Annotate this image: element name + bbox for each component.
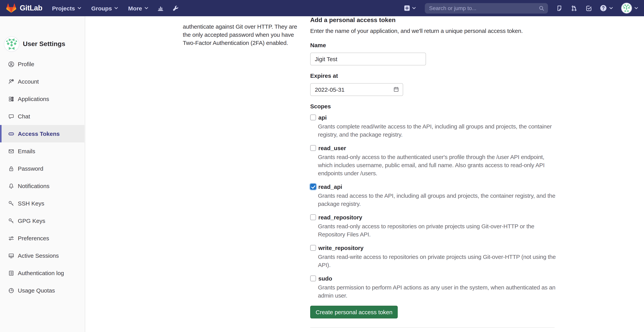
sidebar-item-usage-quotas[interactable]: Usage Quotas <box>0 282 84 299</box>
search-input[interactable] <box>425 3 548 13</box>
top-navbar: GitLab Projects Groups More <box>0 0 644 16</box>
chat-bubble-icon <box>8 113 14 119</box>
chevron-down-icon <box>144 6 149 10</box>
expires-at-input[interactable] <box>310 83 403 96</box>
token-name-input[interactable] <box>310 53 426 65</box>
admin-wrench-icon[interactable] <box>172 5 179 11</box>
key-icon <box>8 218 14 224</box>
scope-name: write_repository <box>318 245 364 251</box>
scope-description: Grants complete read/write access to the… <box>318 122 558 139</box>
sidebar-item-emails[interactable]: Emails <box>0 142 84 160</box>
scope-name: read_api <box>318 183 342 190</box>
sidebar-item-authentication-log[interactable]: Authentication log <box>0 264 84 282</box>
navbar-left: GitLab Projects Groups More <box>6 3 179 13</box>
scope-checkbox-write-repository[interactable] <box>310 245 316 251</box>
scope-checkbox-read-api[interactable] <box>310 184 316 190</box>
chevron-down-icon <box>114 6 118 10</box>
sidebar-item-account[interactable]: Account <box>0 73 84 90</box>
sidebar-item-preferences[interactable]: Preferences <box>0 230 84 247</box>
chevron-down-icon <box>609 6 614 10</box>
help-question-icon <box>600 5 607 11</box>
charts-icon[interactable] <box>157 5 164 11</box>
merge-requests-icon[interactable] <box>571 5 578 11</box>
main-content: authenticate against Git over HTTP. They… <box>0 0 644 332</box>
gitlab-tanuki-logo-icon[interactable] <box>6 3 16 13</box>
scope-checkbox-read-user[interactable] <box>310 145 316 151</box>
sidebar-title: User Settings <box>23 40 65 48</box>
todos-icon[interactable] <box>586 5 592 11</box>
name-label: Name <box>310 42 326 48</box>
log-list-icon <box>8 270 14 276</box>
scope-checkbox-read-repository[interactable] <box>310 214 316 220</box>
section-divider <box>310 327 554 328</box>
sidebar-item-chat[interactable]: Chat <box>0 108 84 125</box>
scope-row-read-repository: read_repository Grants read-only access … <box>310 214 555 238</box>
form-title: Add a personal access token <box>310 17 396 23</box>
plus-square-icon <box>404 5 410 11</box>
nav-menu-more[interactable]: More <box>128 5 149 11</box>
sliders-icon <box>8 235 14 241</box>
scope-row-write-repository: write_repository Grants read-write acces… <box>310 245 555 269</box>
scope-name: read_user <box>318 145 346 151</box>
sidebar-item-gpg-keys[interactable]: GPG Keys <box>0 212 84 230</box>
scope-description: Grants read-only access to the authentic… <box>318 153 558 177</box>
chevron-down-icon <box>77 6 82 10</box>
scope-row-read-user: read_user Grants read-only access to the… <box>310 145 555 177</box>
lock-icon <box>8 165 14 172</box>
issues-icon[interactable] <box>556 5 563 11</box>
scope-row-api: api Grants complete read/write access to… <box>310 114 555 139</box>
sidebar-header: User Settings <box>4 36 65 52</box>
new-item-menu[interactable] <box>404 5 416 11</box>
monitor-icon <box>8 253 14 259</box>
gitlab-user-settings-page: GitLab Projects Groups More <box>0 0 644 332</box>
search-icon <box>539 5 544 11</box>
access-token-icon <box>8 131 14 137</box>
gauge-icon <box>8 287 14 294</box>
sidebar-item-active-sessions[interactable]: Active Sessions <box>0 247 84 264</box>
sidebar-item-profile[interactable]: Profile <box>0 55 84 73</box>
scope-name: api <box>318 114 327 121</box>
scope-description: Grants permission to perform API actions… <box>318 283 558 300</box>
key-icon <box>8 200 14 206</box>
nav-menu-groups[interactable]: Groups <box>91 5 118 11</box>
applications-grid-icon <box>8 96 14 102</box>
chevron-down-icon <box>634 6 638 10</box>
form-subtitle: Enter the name of your application, and … <box>310 27 558 34</box>
settings-sidebar: User Settings Profile Account Applicatio… <box>0 16 85 332</box>
user-settings-avatar <box>4 36 19 52</box>
envelope-icon <box>8 148 14 154</box>
sidebar-item-ssh-keys[interactable]: SSH Keys <box>0 195 84 212</box>
section-description-note: authenticate against Git over HTTP. They… <box>183 22 299 47</box>
expires-at-label: Expires at <box>310 72 338 79</box>
help-menu[interactable] <box>600 5 614 11</box>
scope-name: read_repository <box>318 214 362 221</box>
sidebar-item-notifications[interactable]: Notifications <box>0 177 84 195</box>
sidebar-item-applications[interactable]: Applications <box>0 90 84 108</box>
create-token-button[interactable]: Create personal access token <box>310 306 398 319</box>
scope-description: Grants read access to the API, including… <box>318 192 558 208</box>
sidebar-nav: Profile Account Applications Chat Access… <box>0 55 84 299</box>
expires-at-field <box>310 83 403 96</box>
scope-description: Grants read-write access to repositories… <box>318 253 558 269</box>
profile-icon <box>8 61 14 67</box>
user-avatar <box>621 3 632 13</box>
scope-name: sudo <box>318 275 332 282</box>
navbar-right <box>404 3 638 13</box>
global-search <box>425 3 548 13</box>
scope-checkbox-sudo[interactable] <box>310 276 316 281</box>
scope-description: Grants read-only access to repositories … <box>318 222 558 238</box>
account-icon <box>8 78 14 84</box>
scopes-label: Scopes <box>310 103 331 109</box>
nav-menu-projects[interactable]: Projects <box>52 5 82 11</box>
bell-icon <box>8 183 14 189</box>
sidebar-item-access-tokens[interactable]: Access Tokens <box>0 125 84 142</box>
gitlab-wordmark[interactable]: GitLab <box>20 4 42 12</box>
user-menu[interactable] <box>621 3 638 13</box>
sidebar-item-password[interactable]: Password <box>0 160 84 177</box>
scope-checkbox-api[interactable] <box>310 114 316 120</box>
chevron-down-icon <box>412 6 416 10</box>
scope-row-sudo: sudo Grants permission to perform API ac… <box>310 275 555 300</box>
scope-row-read-api: read_api Grants read access to the API, … <box>310 183 555 208</box>
